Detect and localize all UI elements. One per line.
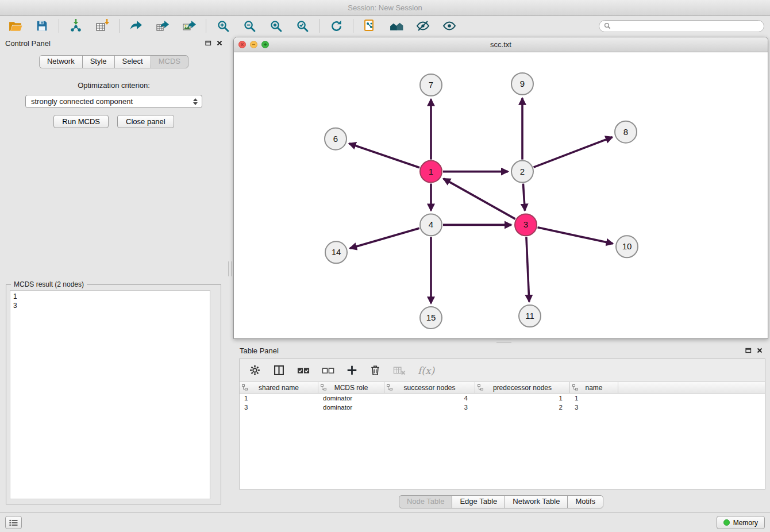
table-tab-network-table[interactable]: Network Table xyxy=(505,495,568,508)
zoom-in-button[interactable] xyxy=(213,17,233,34)
close-panel-icon[interactable] xyxy=(217,39,222,48)
tab-mcds[interactable]: MCDS xyxy=(151,55,188,68)
graph-node-8[interactable]: 8 xyxy=(615,121,637,143)
open-session-button[interactable] xyxy=(6,17,25,34)
toolbar-search[interactable] xyxy=(599,20,764,32)
select-all-columns-button[interactable] xyxy=(297,366,310,375)
graph-node-2[interactable]: 2 xyxy=(511,161,533,183)
zoom-window-icon[interactable] xyxy=(261,41,269,48)
mcds-result-text[interactable]: 1 3 xyxy=(10,290,210,499)
delete-column-button[interactable] xyxy=(369,364,381,376)
graph-node-11[interactable]: 11 xyxy=(519,305,541,327)
task-history-button[interactable] xyxy=(5,516,22,529)
search-input[interactable] xyxy=(614,22,759,30)
network-window-titlebar[interactable]: scc.txt xyxy=(234,37,768,52)
graph-node-label: 7 xyxy=(429,80,433,90)
export-table-button[interactable] xyxy=(153,17,172,34)
gear-icon xyxy=(249,364,261,376)
run-mcds-button[interactable]: Run MCDS xyxy=(53,115,109,128)
criterion-select[interactable]: strongly connected component xyxy=(25,95,202,108)
graph-node-10[interactable]: 10 xyxy=(616,236,638,257)
unselect-all-columns-button[interactable] xyxy=(322,366,334,375)
sort-icon xyxy=(478,384,483,391)
graph-node-4[interactable]: 4 xyxy=(420,214,442,236)
tab-select[interactable]: Select xyxy=(114,55,151,68)
column-header-successor-nodes[interactable]: successor nodes xyxy=(384,382,475,393)
add-column-button[interactable] xyxy=(346,365,357,376)
graph-node-label: 15 xyxy=(426,313,436,322)
control-panel: Control Panel NetworkStyleSelectMCDS Opt… xyxy=(0,36,228,512)
save-session-button[interactable] xyxy=(32,17,52,34)
table-tab-edge-table[interactable]: Edge Table xyxy=(452,495,505,508)
window-titlebar[interactable]: Session: New Session xyxy=(0,0,770,16)
minimize-window-icon[interactable] xyxy=(250,41,257,48)
graph-edge-3-10[interactable] xyxy=(538,228,613,244)
memory-status-icon xyxy=(723,519,730,526)
graph-node-1[interactable]: 1 xyxy=(420,161,442,183)
zoom-fit-button[interactable] xyxy=(266,17,286,34)
export-image-button[interactable] xyxy=(179,17,199,34)
function-builder-button[interactable]: f(x) xyxy=(418,365,434,376)
zoom-out-button[interactable] xyxy=(240,17,259,34)
show-all-button[interactable] xyxy=(440,17,459,34)
new-network-from-selection-button[interactable] xyxy=(360,17,380,34)
export-network-button[interactable] xyxy=(126,17,146,34)
graph-node-15[interactable]: 15 xyxy=(420,307,442,329)
float-panel-icon[interactable] xyxy=(205,39,211,48)
graph-edge-3-11[interactable] xyxy=(526,237,529,302)
table-cell: 1 xyxy=(240,395,318,402)
column-header-predecessor-nodes[interactable]: predecessor nodes xyxy=(475,382,570,393)
table-cell: 3 xyxy=(570,404,618,411)
graph-node-3[interactable]: 3 xyxy=(515,214,537,236)
graph-node-6[interactable]: 6 xyxy=(325,128,346,150)
tab-network[interactable]: Network xyxy=(39,55,83,68)
close-window-icon[interactable] xyxy=(238,41,246,48)
graph-node-14[interactable]: 14 xyxy=(325,241,347,263)
graph-node-label: 6 xyxy=(333,134,338,144)
import-table-button[interactable] xyxy=(93,17,112,34)
graph-node-label: 11 xyxy=(525,311,534,321)
column-visibility-button[interactable] xyxy=(273,364,285,376)
export-network-icon xyxy=(129,18,144,33)
eye-slash-icon xyxy=(415,18,430,33)
control-panel-title: Control Panel xyxy=(5,39,51,48)
toolbar-separator xyxy=(59,19,59,33)
refresh-view-button[interactable] xyxy=(326,17,346,34)
column-header-MCDS-role[interactable]: MCDS role xyxy=(318,382,384,393)
import-network-button[interactable] xyxy=(66,17,86,34)
graph-edge-3-1[interactable] xyxy=(444,179,515,219)
table-row[interactable]: 1dominator411 xyxy=(240,394,765,403)
close-table-panel-icon[interactable] xyxy=(757,346,763,355)
table-cell: 1 xyxy=(475,395,570,402)
graph-edge-2-3[interactable] xyxy=(523,184,525,211)
table-row[interactable]: 3dominator323 xyxy=(240,403,765,412)
tab-style[interactable]: Style xyxy=(82,55,115,68)
import-network-icon xyxy=(68,18,83,33)
column-header-shared-name[interactable]: shared name xyxy=(240,382,318,393)
fx-icon: f(x) xyxy=(418,365,434,376)
table-tab-node-table[interactable]: Node Table xyxy=(399,495,453,508)
hide-selected-button[interactable] xyxy=(413,17,433,34)
home-houses-icon xyxy=(389,18,405,34)
table-tab-motifs[interactable]: Motifs xyxy=(567,495,603,508)
home-button[interactable] xyxy=(387,17,406,34)
network-from-selection-icon xyxy=(363,18,378,33)
graph-edge-4-14[interactable] xyxy=(350,228,419,248)
float-table-panel-icon[interactable] xyxy=(745,346,752,355)
graph-edge-1-6[interactable] xyxy=(349,144,420,168)
table-cell: dominator xyxy=(318,404,384,411)
graph-edge-2-8[interactable] xyxy=(534,137,613,167)
table-settings-button[interactable] xyxy=(249,364,261,376)
graph-node-7[interactable]: 7 xyxy=(420,74,442,96)
close-panel-button[interactable]: Close panel xyxy=(117,115,174,128)
network-canvas[interactable]: 7968124314101511 xyxy=(234,52,768,338)
table-toolbar: f(x) xyxy=(240,359,765,382)
column-header-name[interactable]: name xyxy=(570,382,618,393)
status-bar: Memory xyxy=(0,512,770,532)
view-table-splitter[interactable] xyxy=(496,340,511,343)
memory-button[interactable]: Memory xyxy=(717,516,765,529)
graph-node-9[interactable]: 9 xyxy=(511,73,533,95)
panel-splitter[interactable] xyxy=(228,36,232,512)
zoom-selected-button[interactable] xyxy=(292,17,312,34)
delete-table-button[interactable] xyxy=(393,365,406,376)
